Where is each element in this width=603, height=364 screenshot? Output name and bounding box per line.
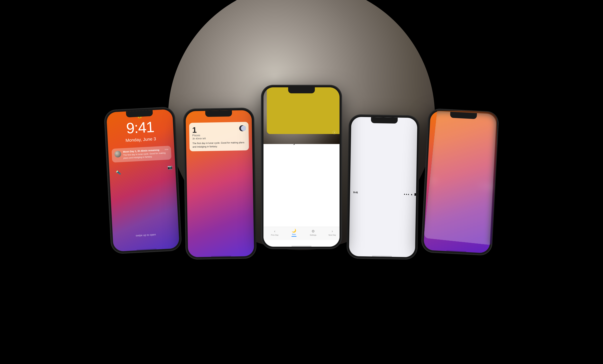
dock-instagram[interactable] [459, 111, 471, 111]
tab-settings-label: Settings [310, 234, 316, 236]
tab-now[interactable]: 🌙 Now [284, 228, 303, 237]
wifi-icon: ▲ [410, 193, 413, 196]
info-button[interactable]: ℹ [333, 131, 336, 134]
tab-bar: ‹ Prev Day 🌙 Now ⚙ Settings › Next Day [264, 227, 339, 240]
phone-5-homescreen: 9:41 ▲▲▲ ▲ ▐▌ ✉ Mail Monday 16 [421, 109, 499, 255]
settings-icon: ⚙ [312, 229, 315, 234]
lock-bottom-bar: 🔦 📷 [106, 109, 179, 245]
home-indicator-2 [211, 256, 231, 257]
phone-1-lockscreen: 🔒 9:41 Monday, June 3 Moon Day 1, 3h 40m… [104, 107, 182, 254]
next-day-icon: › [332, 229, 333, 234]
phone-2-screen: 1 Pisces 3h 40min left The first day in … [186, 110, 254, 257]
age-info-text: Age 7.8 days | Waxing Crescent 20.2% [267, 87, 339, 136]
notch-3 [288, 87, 315, 93]
tab-next-day[interactable]: › Next Day [323, 229, 339, 236]
signal-icon: ▲▲▲ [404, 193, 410, 195]
edit-label: Edit [186, 110, 254, 251]
tab-now-label: Now [292, 233, 296, 235]
notch-2 [205, 111, 232, 117]
phone-1-screen: 🔒 9:41 Monday, June 3 Moon Day 1, 3h 40m… [106, 109, 179, 252]
camera-lock-icon[interactable]: 📷 [167, 165, 173, 170]
tab-settings[interactable]: ⚙ Settings [303, 229, 323, 236]
phone-3-main-app: DAY 7 Pisces NOW 3h:40min left Sun Mar 2… [261, 85, 342, 249]
active-tab-indicator [291, 236, 297, 237]
phone-5-screen: 9:41 ▲▲▲ ▲ ▐▌ ✉ Mail Monday 16 [423, 111, 497, 253]
phone-3-screen: DAY 7 Pisces NOW 3h:40min left Sun Mar 2… [264, 87, 339, 247]
day-sign-text: Pisces [268, 242, 339, 247]
settings-status-bar: 9:41 ▲▲▲ ▲ ▐▌ [349, 120, 417, 257]
prev-day-icon: ‹ [274, 229, 275, 234]
flashlight-icon[interactable]: 🔦 [116, 170, 121, 175]
tab-prev-day-label: Prev Day [271, 234, 278, 236]
home-indicator-4 [372, 256, 392, 257]
dock-messages[interactable]: 💬 [475, 111, 487, 113]
battery-icon: ▐▌ [414, 193, 417, 196]
tab-next-day-label: Next Day [328, 234, 336, 236]
notch-4 [371, 117, 398, 124]
now-icon: 🌙 [292, 228, 296, 233]
moon-image-area: DAY 7 Pisces NOW 3h:40min left Sun Mar 2… [264, 87, 339, 144]
phone-2-widget: 1 Pisces 3h 40min left The first day in … [184, 108, 256, 259]
dock-messenger[interactable]: ⚡ [491, 111, 497, 115]
phone-4-screen: 9:41 ▲▲▲ ▲ ▐▌ Settings Switch to 24 Hour… [349, 117, 417, 257]
phone-4-settings: 9:41 ▲▲▲ ▲ ▐▌ Settings Switch to 24 Hour… [347, 115, 419, 259]
phones-container: 🔒 9:41 Monday, June 3 Moon Day 1, 3h 40m… [108, 92, 495, 272]
tab-prev-day[interactable]: ‹ Prev Day [265, 229, 284, 236]
status-time: 9:41 [353, 191, 358, 194]
